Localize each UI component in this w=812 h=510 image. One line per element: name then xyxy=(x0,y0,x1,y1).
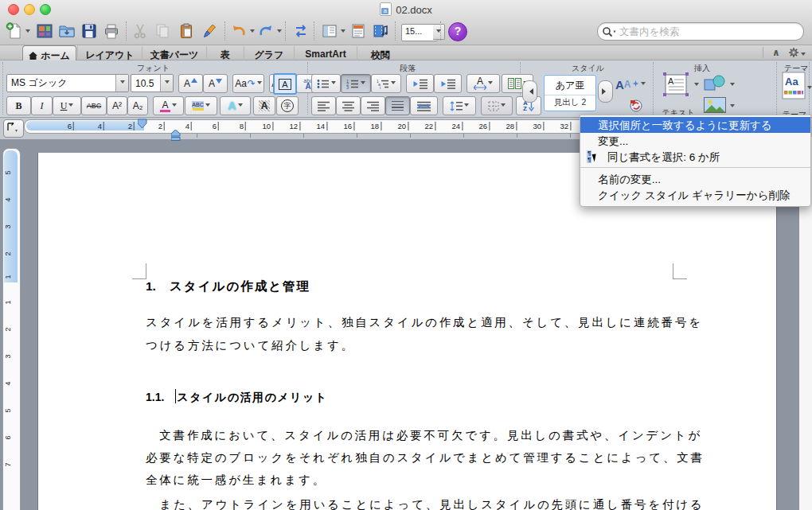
hanging-indent-marker[interactable] xyxy=(171,130,181,141)
word-window: a02.docx xyxy=(0,0,812,510)
format-painter-button[interactable] xyxy=(199,21,218,41)
print-button[interactable] xyxy=(102,21,121,41)
superscript-button[interactable]: A² xyxy=(107,96,127,115)
menu-item-select-same-formatting[interactable]: 同じ書式を選択: 6 か所 xyxy=(580,149,810,165)
paragraph-line[interactable]: 必要な特定のブロックをそれぞれ独自のスタイルでまとめて管理することによって、文書 xyxy=(146,446,687,469)
redo-dropdown[interactable] xyxy=(277,29,282,35)
textbox-icon: A xyxy=(662,72,689,97)
character-spacing-button[interactable]: A xyxy=(467,74,500,93)
styles-scroll-right[interactable] xyxy=(598,80,613,103)
open-folder-icon xyxy=(58,22,76,40)
collapse-ribbon-button[interactable]: ∧ xyxy=(772,47,780,58)
character-shading-button[interactable]: A xyxy=(253,96,275,115)
cut-button[interactable] xyxy=(131,21,150,41)
text-effects-button[interactable]: A xyxy=(220,96,251,115)
document-heading-2[interactable]: 1.1.スタイルの活用のメリット xyxy=(146,389,328,405)
first-line-indent-marker[interactable] xyxy=(138,119,147,129)
view-mode-dropdown[interactable] xyxy=(341,29,345,35)
numbering-button[interactable]: 123 xyxy=(341,74,371,93)
help-button[interactable]: ? xyxy=(448,22,467,41)
new-document-icon xyxy=(6,22,23,40)
paste-clipboard-icon xyxy=(178,22,195,40)
document-elements-button[interactable] xyxy=(349,21,368,41)
search-input[interactable] xyxy=(618,25,772,38)
underline-button[interactable]: U xyxy=(53,96,81,115)
paragraph-line[interactable]: 文書作成において、スタイルの活用は必要不可欠です。見出しの書式や、インデントが xyxy=(146,424,687,447)
document-heading-1[interactable]: 1.スタイルの作成と管理 xyxy=(146,278,310,295)
borders-button[interactable] xyxy=(481,96,513,115)
subscript-button[interactable]: A₂ xyxy=(127,96,148,115)
style-update-button[interactable] xyxy=(629,99,645,115)
paragraph-line[interactable]: つける方法について紹介します。 xyxy=(146,334,687,357)
line-spacing-button[interactable] xyxy=(443,96,476,115)
toolbar-separator xyxy=(395,21,396,41)
increase-indent-button[interactable] xyxy=(434,74,462,93)
font-size-select[interactable]: 10.5 xyxy=(131,74,174,92)
tab-selector-button[interactable] xyxy=(3,119,24,138)
insert-picture-dropdown[interactable] xyxy=(730,104,735,110)
multilevel-list-button[interactable]: 1ai xyxy=(371,74,401,93)
insert-textbox-button[interactable]: A xyxy=(662,72,691,99)
align-right-button[interactable] xyxy=(361,96,385,115)
save-icon xyxy=(80,22,98,40)
change-case-button[interactable]: Aa↷ xyxy=(232,74,264,93)
navigation-arrows-button[interactable] xyxy=(291,21,310,41)
ruler-left-margin xyxy=(26,121,144,130)
font-color-button[interactable]: A xyxy=(153,96,184,115)
italic-button[interactable]: I xyxy=(31,96,53,115)
undo-button[interactable] xyxy=(229,21,248,41)
menu-item-remove-from-gallery[interactable]: クイック スタイル ギャラリーから削除 xyxy=(580,187,810,203)
search-icon[interactable] xyxy=(602,26,618,37)
insert-textbox-dropdown[interactable] xyxy=(694,83,699,88)
zoom-select-dropdown[interactable] xyxy=(433,24,445,40)
open-button[interactable] xyxy=(57,21,76,41)
vertical-ruler[interactable]: 5 4 3 2 1 1 2 3 4 5 6 7 xyxy=(2,148,21,510)
paragraph-line[interactable]: また、アウトラインを用いることによって、見出しスタイルの先頭に通し番号を付ける xyxy=(146,493,687,510)
insert-shapes-dropdown[interactable] xyxy=(730,83,735,88)
search-box[interactable] xyxy=(597,22,804,41)
shrink-font-button[interactable]: A xyxy=(203,74,228,93)
align-center-button[interactable] xyxy=(336,96,361,115)
decrease-indent-button[interactable] xyxy=(406,74,434,93)
gallery-button[interactable] xyxy=(35,21,54,41)
media-browser-button[interactable] xyxy=(371,21,390,41)
distribute-text-button[interactable] xyxy=(410,96,438,115)
paragraph-line[interactable]: 全体に統一感が生まれます。 xyxy=(146,469,687,492)
menu-item-update-to-match[interactable]: 選択個所と一致するように更新する xyxy=(580,117,810,133)
toolbar-separator xyxy=(314,21,315,41)
new-document-dropdown[interactable] xyxy=(25,29,30,35)
group-label-styles: スタイル xyxy=(572,63,604,74)
redo-button[interactable] xyxy=(256,21,275,41)
insert-shapes-button[interactable] xyxy=(704,73,728,94)
menu-item-modify[interactable]: 変更... xyxy=(580,133,810,149)
borders-icon xyxy=(488,101,499,111)
themes-button[interactable]: Aa xyxy=(782,72,807,105)
styles-scroll-left[interactable] xyxy=(522,80,537,103)
copy-button[interactable] xyxy=(153,21,172,41)
text-highlight-button[interactable]: ABC xyxy=(185,96,217,115)
grow-font-button[interactable]: A xyxy=(178,74,203,93)
strikethrough-button[interactable]: ABC xyxy=(81,96,107,115)
format-painter-brush-icon xyxy=(200,22,217,40)
insert-picture-button[interactable] xyxy=(704,97,728,115)
view-mode-button[interactable] xyxy=(320,21,339,41)
svg-text:3: 3 xyxy=(346,85,349,89)
enclose-characters-button[interactable]: 字 xyxy=(276,96,299,115)
paste-button[interactable] xyxy=(177,21,196,41)
quick-style-current[interactable]: あア亜 見出し 2 xyxy=(544,75,596,111)
bold-button[interactable]: B xyxy=(6,96,31,115)
justify-button[interactable] xyxy=(385,96,410,115)
ribbon-settings-gear[interactable] xyxy=(788,47,806,60)
undo-dropdown[interactable] xyxy=(250,29,255,35)
themes-dropdown[interactable] xyxy=(807,86,812,91)
font-name-select[interactable]: MS ゴシック xyxy=(6,74,129,92)
align-left-button[interactable] xyxy=(311,96,336,115)
manage-styles-button[interactable]: A A xyxy=(615,75,647,94)
menu-item-rename[interactable]: 名前の変更... xyxy=(580,171,810,187)
new-document-button[interactable] xyxy=(5,21,24,41)
save-button[interactable] xyxy=(80,21,99,41)
paragraph-line[interactable]: スタイルを活用するメリット、独自スタイルの作成と適用、そして、見出しに連続番号を xyxy=(146,311,687,334)
bullets-button[interactable] xyxy=(311,74,341,93)
numbering-icon: 123 xyxy=(346,79,359,89)
character-border-button[interactable]: A xyxy=(273,73,297,95)
